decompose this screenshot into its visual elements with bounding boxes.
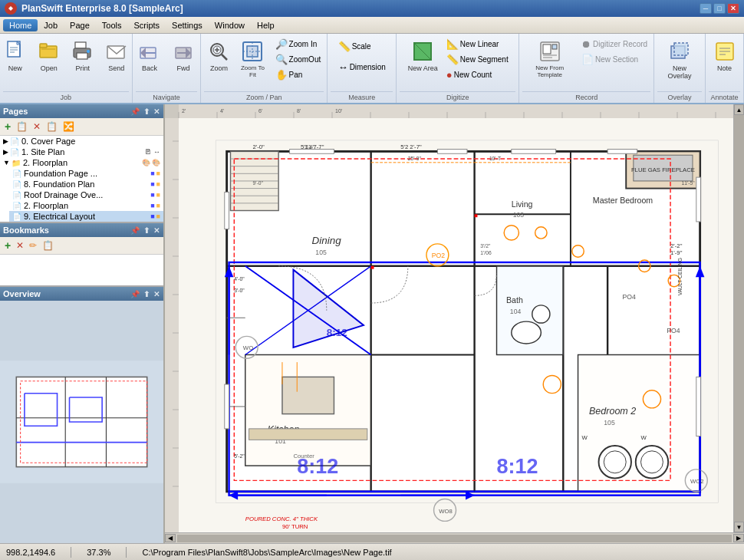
fp2-label: 8. Foundation Plan bbox=[24, 180, 94, 189]
back-button[interactable]: Back bbox=[133, 37, 166, 74]
svg-text:105: 105 bbox=[315, 249, 327, 256]
tree-item-site[interactable]: ▶ 📄 1. Site Plan 🖹↔ bbox=[0, 147, 163, 157]
new-button[interactable]: New bbox=[0, 37, 31, 74]
print-button[interactable]: Print bbox=[67, 37, 99, 74]
new-overlay-icon bbox=[667, 39, 692, 64]
bookmark-edit-button[interactable]: ✏ bbox=[28, 239, 38, 252]
new-area-button[interactable]: New Area bbox=[404, 37, 442, 74]
close-button[interactable]: ✕ bbox=[727, 3, 739, 14]
roof-label: Roof Drainage Ove... bbox=[24, 190, 103, 199]
svg-text:W: W bbox=[641, 434, 647, 441]
expand-floorplan[interactable]: ▼ bbox=[3, 159, 10, 166]
expand-cover[interactable]: ▶ bbox=[3, 137, 8, 145]
menu-home[interactable]: Home bbox=[3, 19, 38, 31]
scroll-right-button[interactable]: ▶ bbox=[733, 534, 744, 542]
tree-item-cover[interactable]: ▶ 📄 0. Cover Page bbox=[0, 136, 163, 147]
blueprint-svg: FLUE GAS FIREPLACE Dining bbox=[179, 118, 733, 532]
menu-window[interactable]: Window bbox=[209, 19, 251, 31]
expand-site[interactable]: ▶ bbox=[3, 148, 8, 156]
menu-settings[interactable]: Settings bbox=[166, 19, 209, 31]
pages-settings-button[interactable]: 🔀 bbox=[61, 120, 76, 133]
bookmarks-pin-icon[interactable]: 📌 bbox=[130, 226, 140, 235]
ruler-left-svg bbox=[165, 118, 179, 532]
tree-item-electrical[interactable]: 📄 9. Electrical Layout ■■ bbox=[9, 211, 163, 222]
bookmark-copy-button[interactable]: 📋 bbox=[41, 239, 55, 252]
floorplan-actions: 🎨🎨 bbox=[142, 159, 160, 166]
tree-item-foundation-page[interactable]: 📄 Foundation Page ... ■■ bbox=[9, 168, 163, 179]
title-bar-controls[interactable]: ─ □ ✕ bbox=[700, 3, 739, 14]
new-segment-button[interactable]: 📏 New Segment bbox=[443, 52, 512, 67]
open-button[interactable]: Open bbox=[33, 37, 65, 74]
tree-item-roof[interactable]: 📄 Roof Drainage Ove... ■■ bbox=[9, 189, 163, 200]
new-linear-button[interactable]: 📐 New Linear bbox=[443, 37, 512, 51]
send-button[interactable]: Send bbox=[100, 37, 133, 74]
digitizer-record-button[interactable]: ⏺ Digitizer Record bbox=[578, 37, 650, 51]
menu-tools[interactable]: Tools bbox=[96, 19, 128, 31]
svg-text:POURED CONC. 4" THICK: POURED CONC. 4" THICK bbox=[245, 516, 318, 522]
svg-text:3'-4": 3'-4" bbox=[305, 144, 315, 150]
status-sep-1 bbox=[71, 547, 71, 558]
scroll-up-button[interactable]: ▲ bbox=[734, 104, 744, 115]
blueprint-drawing[interactable]: FLUE GAS FIREPLACE Dining bbox=[179, 118, 733, 532]
maximize-button[interactable]: □ bbox=[713, 3, 726, 14]
tree-item-foundation-plan[interactable]: 📄 8. Foundation Plan ■■ bbox=[9, 179, 163, 189]
svg-text:6': 6' bbox=[258, 108, 262, 114]
zoom-in-button[interactable]: 🔎 Zoom In bbox=[272, 37, 324, 51]
pages-copy-button[interactable]: 📋 bbox=[15, 120, 29, 133]
new-from-template-button[interactable]: New From Template bbox=[522, 37, 577, 81]
new-count-button[interactable]: ● New Count bbox=[443, 68, 512, 82]
cover-icon: 📄 bbox=[10, 137, 19, 146]
digitize-buttons: New Area 📐 New Linear 📏 New Segment ● Ne… bbox=[404, 37, 512, 90]
scale-button[interactable]: 📏 Scale bbox=[333, 37, 377, 56]
scrollbar-vertical[interactable]: ▲ ▼ bbox=[733, 104, 744, 532]
new-icon bbox=[3, 39, 28, 64]
overlay-buttons: New Overlay bbox=[657, 37, 702, 90]
scrollbar-horizontal[interactable]: ◀ ▶ bbox=[165, 532, 744, 543]
bookmark-delete-button[interactable]: ✕ bbox=[15, 239, 25, 252]
zoom-button[interactable]: Zoom bbox=[204, 37, 233, 74]
bookmark-add-button[interactable]: + bbox=[3, 239, 12, 252]
new-segment-label: New Segment bbox=[460, 55, 509, 64]
scale-label: Scale bbox=[352, 42, 371, 51]
menu-page[interactable]: Page bbox=[64, 19, 96, 31]
overview-close-icon[interactable]: ✕ bbox=[153, 290, 160, 298]
overview-pin-icon[interactable]: 📌 bbox=[130, 290, 140, 298]
bookmarks-close-icon[interactable]: ✕ bbox=[153, 226, 160, 235]
scroll-down-button[interactable]: ▼ bbox=[734, 522, 744, 532]
scroll-left-button[interactable]: ◀ bbox=[165, 534, 176, 542]
pages-sort-button[interactable]: 📋 bbox=[44, 120, 59, 133]
digitizer-record-label: Digitizer Record bbox=[593, 40, 647, 48]
svg-text:WO8: WO8 bbox=[439, 508, 453, 515]
pan-button[interactable]: ✋ Pan bbox=[272, 68, 324, 82]
pages-pin-icon[interactable]: 📌 bbox=[130, 107, 140, 116]
menu-job[interactable]: Job bbox=[38, 19, 64, 31]
svg-text:4': 4' bbox=[220, 108, 224, 114]
overview-float-icon[interactable]: ⬆ bbox=[143, 290, 150, 298]
zoom-to-fit-button[interactable]: Zoom To Fit bbox=[235, 37, 270, 81]
pages-close-icon[interactable]: ✕ bbox=[153, 107, 160, 116]
scroll-h-thumb[interactable] bbox=[177, 535, 732, 542]
zoom-out-button[interactable]: 🔍 ZoomOut bbox=[272, 52, 324, 67]
dimension-button[interactable]: ↔ Dimension bbox=[333, 58, 391, 77]
main-area: Pages 📌 ⬆ ✕ + 📋 ✕ 📋 🔀 ▶ 📄 0. Cover Page bbox=[0, 104, 744, 543]
svg-rect-177 bbox=[371, 266, 374, 269]
note-button[interactable]: Note bbox=[709, 37, 741, 74]
fwd-button[interactable]: Fwd bbox=[167, 37, 199, 74]
canvas-scroll-area[interactable]: 2' 4' 6' 8' 10' bbox=[165, 104, 733, 532]
pages-float-icon[interactable]: ⬆ bbox=[143, 107, 150, 116]
ribbon-group-digitize: New Area 📐 New Linear 📏 New Segment ● Ne… bbox=[397, 34, 519, 103]
pages-delete-button[interactable]: ✕ bbox=[31, 120, 42, 133]
tree-item-2floorplan[interactable]: 📄 2. Floorplan ■■ bbox=[9, 200, 163, 211]
new-section-button[interactable]: 📄 New Section bbox=[578, 52, 650, 67]
new-overlay-button[interactable]: New Overlay bbox=[657, 37, 702, 82]
minimize-button[interactable]: ─ bbox=[700, 3, 712, 14]
menu-scripts[interactable]: Scripts bbox=[127, 19, 166, 31]
left-panel: Pages 📌 ⬆ ✕ + 📋 ✕ 📋 🔀 ▶ 📄 0. Cover Page bbox=[0, 104, 165, 543]
bookmarks-float-icon[interactable]: ⬆ bbox=[143, 226, 150, 235]
scroll-v-thumb[interactable] bbox=[734, 115, 744, 522]
elec-actions: ■■ bbox=[150, 212, 160, 220]
menu-help[interactable]: Help bbox=[251, 19, 281, 31]
pages-add-button[interactable]: + bbox=[3, 120, 12, 133]
fp2-icon: 📄 bbox=[12, 180, 21, 189]
tree-item-floorplan[interactable]: ▼ 📁 2. Floorplan 🎨🎨 bbox=[0, 157, 163, 168]
